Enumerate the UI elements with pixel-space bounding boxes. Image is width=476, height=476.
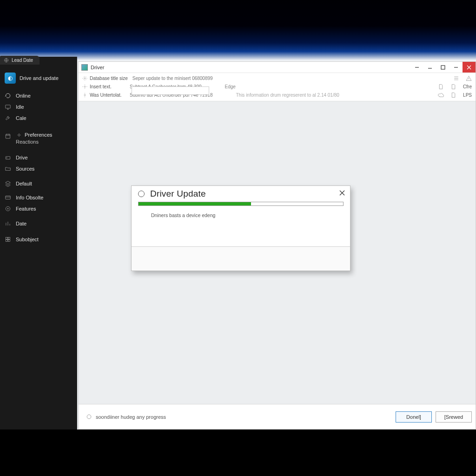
sidebar-item-features[interactable]: Features — [0, 203, 77, 214]
primary-action-label: Donel] — [406, 414, 421, 420]
dialog-close-button[interactable] — [339, 190, 345, 198]
cloud-icon[interactable] — [438, 92, 444, 98]
sidebar-item-default[interactable]: Default — [0, 178, 77, 189]
sidebar-item-label: Cale — [16, 115, 26, 121]
svg-point-4 — [7, 158, 7, 158]
svg-point-14 — [84, 86, 86, 87]
svg-rect-8 — [6, 237, 7, 239]
sidebar-item-label: Date — [16, 221, 26, 226]
svg-point-7 — [7, 208, 8, 209]
window-minimize-button[interactable] — [410, 62, 423, 73]
sidebar-item-sources[interactable]: Sources — [0, 163, 77, 174]
progress-bar-fill — [139, 202, 251, 205]
doc-icon[interactable] — [450, 84, 456, 90]
gear-icon — [82, 93, 87, 98]
doc-icon[interactable] — [450, 92, 456, 98]
dialog-status-icon — [138, 191, 145, 197]
toolbar-row-edge: This information drum regreserent to al … — [236, 93, 339, 98]
sidebar-item-subobject[interactable]: Subobject — [0, 234, 77, 245]
toolbar-right-text: Cfre — [463, 84, 472, 89]
svg-point-16 — [87, 415, 91, 419]
window-title: Driver — [91, 65, 104, 70]
sidebar-item-idle[interactable]: Idle — [0, 101, 77, 112]
sidebar-sub-label: Reactions — [16, 139, 52, 145]
grid-icon — [5, 236, 11, 243]
sidebar-item-label: Default — [16, 181, 32, 186]
sidebar-tab[interactable]: Lead Date — [0, 56, 40, 65]
sidebar-item-date[interactable]: Date — [0, 218, 77, 229]
window-close-button[interactable] — [463, 62, 476, 73]
sidebar-item-drive[interactable]: Drive — [0, 152, 77, 163]
toolbar-row-label: Was Untertolat. — [90, 93, 122, 98]
sidebar-item-label: Features — [16, 206, 36, 212]
dialog-status-text: Dniners basts a device edeng — [132, 206, 350, 218]
disc-icon — [5, 205, 11, 212]
svg-point-13 — [84, 78, 86, 79]
status-bar: soondiiner hudeg any progress Donel] [Sr… — [79, 404, 476, 429]
sidebar-item-label: Subobject — [16, 237, 39, 242]
svg-rect-5 — [6, 196, 11, 199]
svg-rect-1 — [6, 105, 11, 108]
toolbar-row-label: Insert text. — [90, 84, 112, 89]
drive-icon — [5, 154, 11, 161]
sidebar-header: ◐ Drive and update — [0, 68, 77, 90]
sidebar-item-label: Drive — [16, 155, 28, 160]
sidebar-item-label: Idle — [16, 104, 24, 110]
sidebar-item-label: Sources — [16, 166, 34, 172]
toolbar-input-overlay[interactable] — [132, 86, 209, 95]
globe-icon — [4, 58, 9, 63]
statusbar-text: soondiiner hudeg any progress — [96, 414, 166, 420]
svg-point-6 — [6, 206, 10, 211]
sidebar-item-cale[interactable]: Cale — [0, 112, 77, 124]
monitor-icon — [5, 104, 11, 110]
menu-icon[interactable] — [453, 75, 459, 81]
dialog-title: Driver Update — [150, 189, 206, 199]
svg-point-15 — [84, 94, 86, 96]
svg-rect-12 — [441, 66, 445, 69]
window-minimize2-button[interactable] — [423, 62, 436, 73]
sidebar-item-label: Online — [16, 93, 31, 99]
sidebar-item-info-obsolte[interactable]: Info Obsolte — [0, 192, 77, 203]
progress-bar — [138, 202, 344, 206]
sidebar-item-online[interactable]: Online — [0, 90, 77, 101]
sidebar-item-label: Info Obsolte — [16, 195, 43, 200]
svg-rect-10 — [6, 240, 7, 242]
toolbar-right-text2: LPS — [463, 93, 472, 98]
sidebar-sub-label: Preferences — [25, 132, 52, 138]
sparkle-icon — [16, 133, 22, 137]
window-titlebar: Driver — [79, 62, 476, 73]
gear-icon — [82, 76, 87, 81]
dialog-footer — [132, 246, 350, 271]
layers-icon — [5, 180, 11, 187]
svg-rect-9 — [8, 237, 10, 239]
app-icon: ◐ — [5, 73, 16, 84]
workspace: Driver Update Dniners basts a device ede… — [79, 101, 476, 404]
toolbar-row-edge: Edge — [225, 84, 236, 89]
wrench-icon — [5, 115, 11, 121]
desktop-background: Lead Date ◐ Drive and update Online Idle… — [0, 0, 476, 430]
doc-icon[interactable] — [438, 84, 444, 90]
svg-rect-11 — [8, 240, 10, 242]
window-maximize-button[interactable] — [436, 62, 450, 73]
main-window: Driver Database title size Seper update … — [78, 61, 476, 430]
window-app-icon — [81, 64, 88, 71]
window-restore-button[interactable] — [450, 62, 463, 73]
secondary-action-button[interactable]: [Srewed — [436, 411, 472, 423]
toolbar: Database title size Seper update to the … — [79, 73, 476, 101]
warning-icon[interactable] — [466, 75, 472, 81]
gear-icon — [82, 84, 87, 89]
svg-rect-2 — [6, 134, 10, 139]
folder-icon — [5, 165, 11, 172]
driver-update-dialog: Driver Update Dniners basts a device ede… — [131, 185, 350, 271]
sidebar-item-preferences-group[interactable]: Preferences Reactions — [0, 129, 77, 146]
toolbar-row-value: Seper update to the minisert 06800899 — [132, 76, 213, 81]
card-icon — [5, 194, 11, 201]
close-icon — [339, 190, 345, 196]
primary-action-button[interactable]: Donel] — [396, 411, 432, 423]
sidebar-header-label: Drive and update — [20, 75, 59, 81]
toolbar-row-label: Database title size — [90, 76, 128, 81]
bars-icon — [5, 220, 11, 227]
sidebar-tab-label: Lead Date — [12, 58, 33, 63]
sidebar: Lead Date ◐ Drive and update Online Idle… — [0, 57, 77, 430]
taskbar — [0, 430, 476, 476]
